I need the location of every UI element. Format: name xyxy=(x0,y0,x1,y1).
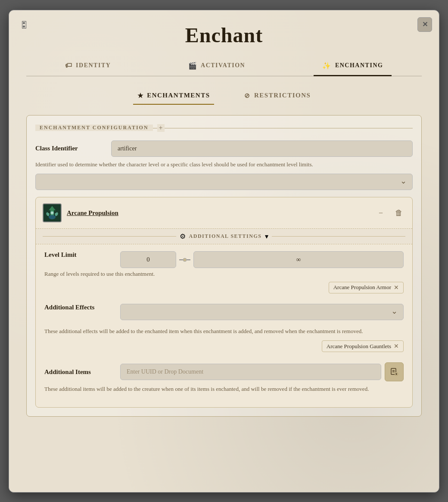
tab-activation-label: ACTIVATION xyxy=(201,62,245,69)
armor-tag-chip: Arcane Propulsion Armor ✕ xyxy=(329,282,404,293)
level-min-input[interactable] xyxy=(120,251,176,268)
arcane-propulsion-icon xyxy=(44,204,61,221)
additional-effects-description: These additional effects will be added t… xyxy=(44,327,404,336)
additional-effects-select[interactable] xyxy=(120,304,404,320)
additional-settings-bar[interactable]: ⚙ ADDITIONAL SETTINGS ▾ xyxy=(36,228,412,244)
additional-items-label: Additional Items xyxy=(44,368,113,376)
gauntlets-tag-remove-button[interactable]: ✕ xyxy=(394,343,399,350)
svg-point-6 xyxy=(51,212,53,214)
clapboard-icon: 🎬 xyxy=(188,62,198,70)
additional-items-row: Additional Items xyxy=(44,362,404,381)
uuid-document-button[interactable] xyxy=(385,362,404,381)
additional-items-description: These additional items will be added to … xyxy=(44,385,404,393)
settings-body: Level Limit ∞ Range of xyxy=(36,244,412,407)
enchantment-minus-button[interactable]: − xyxy=(374,206,387,219)
tab-identity[interactable]: 🏷 IDENTITY xyxy=(56,57,120,76)
config-add-button[interactable]: + xyxy=(157,124,165,132)
close-button[interactable]: ✕ xyxy=(417,17,432,32)
sparkle-icon: ✨ xyxy=(322,62,332,70)
enchantment-card: Arcane Propulsion − 🗑 ⚙ ADDITIONAL SETTI… xyxy=(35,197,413,408)
enchantment-icon xyxy=(43,203,62,222)
enchant-modal: ✕ 🎛 Enchant 🏷 IDENTITY 🎬 ACTIVATION ✨ EN… xyxy=(9,10,439,493)
additional-effects-label: Additional Effects xyxy=(44,304,113,311)
document-plus-icon xyxy=(390,368,398,376)
class-select-wrapper xyxy=(35,174,413,190)
class-identifier-label: Class Identifier xyxy=(35,145,104,152)
enchantment-delete-button[interactable]: 🗑 xyxy=(392,206,405,219)
class-select[interactable] xyxy=(35,174,413,190)
tab-activation[interactable]: 🎬 ACTIVATION xyxy=(180,57,254,76)
level-limit-row: Level Limit ∞ xyxy=(44,251,404,268)
enchantment-config-section: ENCHANTMENT CONFIGURATION + Class Identi… xyxy=(26,115,422,417)
tag-icon: 🏷 xyxy=(65,62,73,69)
additional-items-field: Additional Items xyxy=(44,362,404,393)
additional-effects-field: Additional Effects These additional effe… xyxy=(44,304,404,356)
uuid-row xyxy=(120,362,404,381)
additional-settings-label: ADDITIONAL SETTINGS xyxy=(189,233,262,240)
settings-divider-right xyxy=(272,236,405,237)
sub-tab-bar: ★ ENCHANTMENTS ⊘ RESTRICTIONS xyxy=(26,88,422,105)
level-dash-icon xyxy=(176,257,193,262)
dashboard-icon: 🎛 xyxy=(20,20,28,30)
level-limit-inputs: ∞ xyxy=(120,251,404,268)
level-limit-field: Level Limit ∞ Range of xyxy=(44,251,404,297)
gauntlets-tag-container: Arcane Propulsion Gauntlets ✕ xyxy=(44,340,404,355)
config-header-label: ENCHANTMENT CONFIGURATION xyxy=(35,125,153,131)
circle-slash-icon: ⊘ xyxy=(244,92,251,100)
subtab-restrictions-label: RESTRICTIONS xyxy=(254,92,311,99)
gauntlets-tag-label: Arcane Propulsion Gauntlets xyxy=(327,343,391,350)
enchantment-card-header: Arcane Propulsion − 🗑 xyxy=(36,197,412,228)
svg-point-8 xyxy=(183,258,187,262)
modal-title: Enchant xyxy=(26,23,422,47)
star-icon: ★ xyxy=(137,92,144,100)
armor-tag-label: Arcane Propulsion Armor xyxy=(333,284,391,291)
modal-icon: 🎛 xyxy=(17,18,31,33)
effects-select-wrapper xyxy=(120,304,404,320)
settings-divider-left xyxy=(43,236,176,237)
tab-enchanting[interactable]: ✨ ENCHANTING xyxy=(314,57,392,76)
gauntlets-tag-chip: Arcane Propulsion Gauntlets ✕ xyxy=(322,340,404,352)
armor-tag-remove-button[interactable]: ✕ xyxy=(394,284,399,291)
tab-identity-label: IDENTITY xyxy=(76,62,111,69)
enchantment-name[interactable]: Arcane Propulsion xyxy=(67,209,369,217)
class-identifier-input[interactable] xyxy=(111,140,413,157)
svg-point-4 xyxy=(49,215,56,219)
subtab-enchantments[interactable]: ★ ENCHANTMENTS xyxy=(133,88,215,105)
settings-chevron-icon: ▾ xyxy=(265,232,268,240)
top-tab-bar: 🏷 IDENTITY 🎬 ACTIVATION ✨ ENCHANTING xyxy=(26,57,422,76)
close-icon: ✕ xyxy=(422,20,428,28)
level-limit-description: Range of levels required to use this enc… xyxy=(44,270,404,278)
class-identifier-description: Identifier used to determine whether the… xyxy=(35,160,413,169)
class-identifier-row: Class Identifier xyxy=(35,140,413,157)
subtab-enchantments-label: ENCHANTMENTS xyxy=(147,92,210,99)
level-limit-label: Level Limit xyxy=(44,251,113,259)
level-max-display: ∞ xyxy=(193,251,404,268)
settings-gear-icon: ⚙ xyxy=(180,232,186,240)
config-header: ENCHANTMENT CONFIGURATION + xyxy=(35,124,413,132)
additional-effects-row: Additional Effects xyxy=(44,304,404,324)
tab-enchanting-label: ENCHANTING xyxy=(335,62,383,69)
uuid-input[interactable] xyxy=(120,364,381,380)
armor-tag-container: Arcane Propulsion Armor ✕ xyxy=(44,282,404,297)
subtab-restrictions[interactable]: ⊘ RESTRICTIONS xyxy=(240,88,315,105)
